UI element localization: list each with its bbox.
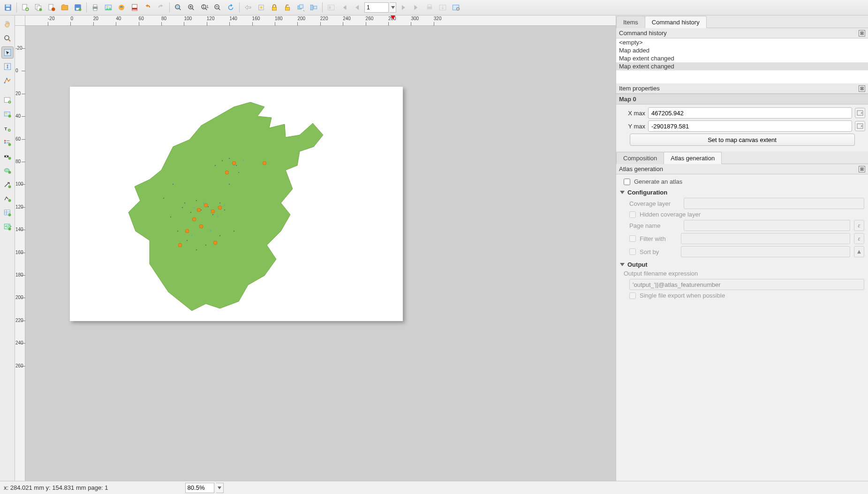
open-template-icon[interactable] <box>59 1 71 14</box>
preview-atlas-icon[interactable] <box>325 1 337 14</box>
add-map-icon[interactable] <box>1 94 14 106</box>
zoom-dropdown[interactable] <box>216 483 224 493</box>
svg-point-97 <box>210 210 211 211</box>
new-composer-icon[interactable] <box>19 1 31 14</box>
history-entry[interactable]: Map added <box>616 46 868 54</box>
coverage-layer-select[interactable] <box>684 198 864 209</box>
last-feature-icon[interactable] <box>410 1 423 14</box>
set-to-canvas-extent-button[interactable]: Set to map canvas extent <box>630 134 855 146</box>
tab-items[interactable]: Items <box>616 16 645 28</box>
filter-with-input[interactable] <box>681 233 850 244</box>
prev-feature-icon[interactable] <box>351 1 363 14</box>
close-icon[interactable]: ⊠ <box>859 166 865 172</box>
svg-point-83 <box>236 165 237 166</box>
next-feature-icon[interactable] <box>397 1 409 14</box>
add-node-item-icon[interactable] <box>1 193 14 205</box>
tab-atlas-generation[interactable]: Atlas generation <box>664 152 722 164</box>
page-sheet[interactable] <box>70 87 403 321</box>
add-label-icon[interactable]: T <box>1 122 14 135</box>
zoom-out-icon[interactable] <box>211 1 224 14</box>
composer-canvas[interactable]: -200204060801001201401601802002202402602… <box>15 15 616 481</box>
svg-point-70 <box>8 228 11 231</box>
svg-rect-33 <box>310 5 313 10</box>
svg-point-114 <box>213 241 217 245</box>
data-defined-icon[interactable] <box>855 108 865 118</box>
zoom-full-icon[interactable] <box>172 1 184 14</box>
print-icon[interactable] <box>89 1 101 14</box>
settings-icon[interactable] <box>450 1 462 14</box>
history-entry[interactable]: Map extent changed <box>616 62 868 70</box>
svg-point-9 <box>52 7 55 11</box>
add-arrow-icon[interactable] <box>1 179 14 191</box>
svg-rect-36 <box>329 6 331 9</box>
configuration-section-header[interactable]: Configuration <box>620 189 864 196</box>
tab-command-history[interactable]: Command history <box>645 16 707 28</box>
redo-icon[interactable] <box>155 1 167 14</box>
close-icon[interactable]: ⊠ <box>859 30 865 37</box>
duplicate-composer-icon[interactable] <box>32 1 45 14</box>
filter-with-checkbox[interactable] <box>629 235 636 242</box>
svg-point-76 <box>208 206 209 207</box>
export-svg-icon[interactable] <box>115 1 128 14</box>
ymax-input[interactable] <box>648 120 852 132</box>
history-entry[interactable]: Map extent changed <box>616 54 868 62</box>
svg-rect-2 <box>6 8 10 10</box>
atlas-page-input[interactable] <box>364 2 389 13</box>
export-atlas-icon[interactable] <box>437 1 449 14</box>
print-atlas-icon[interactable] <box>423 1 436 14</box>
add-image-icon[interactable] <box>1 108 14 120</box>
expression-icon[interactable]: ε <box>854 233 864 244</box>
single-file-export-checkbox[interactable] <box>629 292 636 299</box>
align-dropdown-icon[interactable] <box>308 1 320 14</box>
zoom-tool-icon[interactable] <box>1 32 14 45</box>
page-name-select[interactable] <box>684 220 850 231</box>
svg-point-86 <box>177 231 178 232</box>
add-table-icon[interactable] <box>1 207 14 219</box>
zoom-input[interactable] <box>185 483 214 493</box>
edit-nodes-icon[interactable] <box>1 75 14 87</box>
atlas-page-dropdown[interactable] <box>390 2 396 13</box>
svg-point-17 <box>106 6 108 7</box>
output-filename-expression[interactable]: 'output_'||@atlas_featurenumber <box>629 279 864 290</box>
select-move-icon[interactable] <box>255 1 267 14</box>
hidden-coverage-checkbox[interactable] <box>629 211 636 218</box>
move-content-icon[interactable] <box>1 60 14 73</box>
undo-icon[interactable] <box>142 1 154 14</box>
raise-dropdown-icon[interactable] <box>294 1 307 14</box>
pan-tool-icon[interactable] <box>1 18 14 30</box>
add-html-icon[interactable]: </> <box>1 221 14 233</box>
sort-by-checkbox[interactable] <box>629 248 636 255</box>
generate-atlas-checkbox[interactable] <box>624 179 630 185</box>
save-icon[interactable] <box>2 1 14 14</box>
tab-composition[interactable]: Composition <box>616 152 664 164</box>
select-pan-icon[interactable] <box>242 1 254 14</box>
refresh-icon[interactable] <box>225 1 237 14</box>
command-history-list[interactable]: <empty>Map addedMap extent changedMap ex… <box>616 38 868 83</box>
add-legend-icon[interactable] <box>1 136 14 149</box>
data-defined-icon[interactable] <box>855 121 865 131</box>
export-image-icon[interactable] <box>102 1 114 14</box>
history-entry[interactable]: <empty> <box>616 38 868 46</box>
export-pdf-icon[interactable] <box>128 1 141 14</box>
zoom-actual-icon[interactable]: 1:1 <box>198 1 211 14</box>
svg-point-84 <box>238 172 239 173</box>
sort-direction-icon[interactable]: ▲ <box>854 246 864 257</box>
xmax-input[interactable] <box>648 107 852 119</box>
composer-manager-icon[interactable] <box>45 1 58 14</box>
expression-icon[interactable]: ε <box>854 220 864 231</box>
svg-point-108 <box>192 217 196 221</box>
first-feature-icon[interactable] <box>338 1 350 14</box>
save-template-icon[interactable] <box>72 1 84 14</box>
close-icon[interactable]: ⊠ <box>859 85 865 92</box>
sort-by-select[interactable] <box>681 246 850 257</box>
lock-icon[interactable] <box>268 1 280 14</box>
zoom-in-icon[interactable] <box>185 1 197 14</box>
canvas-viewport[interactable] <box>25 26 616 481</box>
add-scalebar-icon[interactable] <box>1 150 14 163</box>
output-section-header[interactable]: Output <box>620 261 864 268</box>
svg-point-51 <box>5 112 7 114</box>
right-panel: Items Command history Command history ⊠ … <box>616 15 868 481</box>
select-item-icon[interactable] <box>1 46 14 59</box>
add-shape-icon[interactable] <box>1 165 14 177</box>
unlock-icon[interactable] <box>281 1 294 14</box>
